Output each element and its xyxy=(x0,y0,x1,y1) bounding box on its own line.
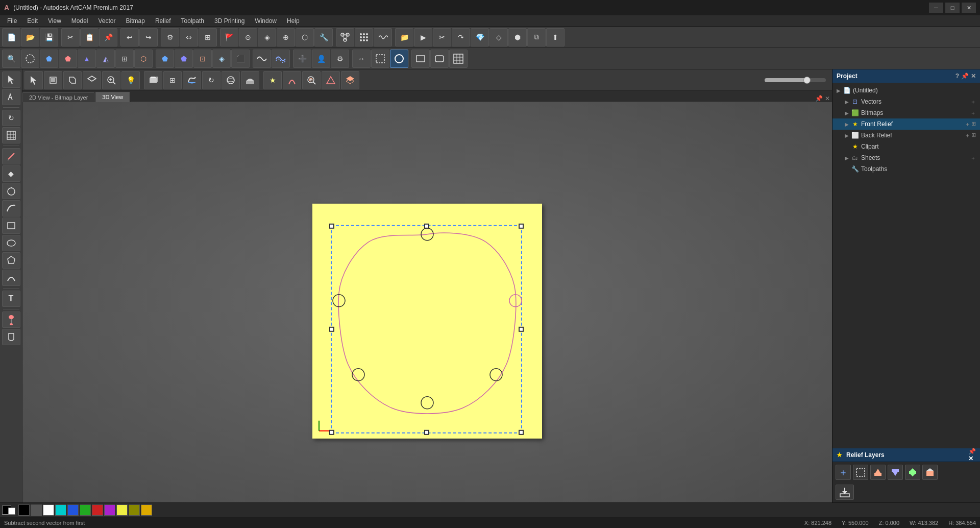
open-file-button[interactable]: 📂 xyxy=(21,28,39,46)
shape4-btn[interactable]: ◭ xyxy=(96,50,115,68)
grid-tool[interactable] xyxy=(2,127,20,143)
menu-help[interactable]: Help xyxy=(282,16,305,26)
tree-toolpaths[interactable]: ▶ 🔧 Toolpaths xyxy=(832,163,980,175)
orbit-btn[interactable] xyxy=(222,71,240,89)
cube-side-btn[interactable] xyxy=(63,71,82,89)
tab-2d-bitmap[interactable]: 2D View - Bitmap Layer xyxy=(22,92,94,102)
hash-btn[interactable] xyxy=(449,50,468,68)
menu-view[interactable]: View xyxy=(43,16,66,26)
circle-active-btn[interactable] xyxy=(390,50,408,68)
ellipse-tool[interactable] xyxy=(2,235,20,251)
rounded-rect-btn[interactable] xyxy=(430,50,449,68)
vector-shape[interactable] xyxy=(312,204,542,439)
front-relief-add-icon[interactable]: ＋ xyxy=(965,121,970,128)
menu-file[interactable]: File xyxy=(2,16,22,26)
tree-clipart[interactable]: ▶ ★ Clipart xyxy=(832,141,980,152)
relief-import-btn[interactable] xyxy=(888,465,903,480)
flat-shading-btn[interactable] xyxy=(144,71,162,89)
diamond-btn[interactable]: ◇ xyxy=(489,28,508,46)
save-file-button[interactable]: 💾 xyxy=(40,28,58,46)
mountain-btn[interactable] xyxy=(322,71,340,89)
toolpath-btn[interactable]: 🔧 xyxy=(314,28,333,46)
resize-button[interactable]: ⇔ xyxy=(180,28,198,46)
node-br[interactable] xyxy=(490,369,502,381)
tree-front-relief[interactable]: ▶ ★ Front Relief ＋ ⊞ xyxy=(832,118,980,130)
bitmaps-add-icon[interactable]: ＋ xyxy=(970,109,976,117)
tree-vectors[interactable]: ▶ ⊡ Vectors ＋ xyxy=(832,96,980,107)
paste-button[interactable]: 📌 xyxy=(99,28,117,46)
tree-back-relief[interactable]: ▶ ⬜ Back Relief ＋ ⊞ xyxy=(832,130,980,141)
menu-toolpath[interactable]: Toolpath xyxy=(176,16,209,26)
zoom-btn[interactable]: 🔍 xyxy=(2,50,20,68)
relief-btn[interactable]: ⬡ xyxy=(296,28,314,46)
zoom-fit-btn[interactable] xyxy=(102,71,120,89)
color-swatch-purple[interactable] xyxy=(104,505,115,516)
extrude-btn[interactable]: ⬆ xyxy=(546,28,565,46)
new-file-button[interactable]: 📄 xyxy=(2,28,20,46)
select-dashed-btn[interactable] xyxy=(371,50,389,68)
wavy-btn[interactable] xyxy=(374,28,392,46)
circle-wire-btn[interactable] xyxy=(21,50,39,68)
user-btn[interactable]: 👤 xyxy=(312,50,330,68)
node-bottom[interactable] xyxy=(421,397,433,409)
canvas-area[interactable] xyxy=(22,102,832,502)
plus-btn[interactable]: ➕ xyxy=(293,50,311,68)
sheets-add-icon[interactable]: ＋ xyxy=(970,154,976,162)
undo-button[interactable]: ↩ xyxy=(120,28,139,46)
node-tool[interactable] xyxy=(2,89,20,105)
color-swatch-green[interactable] xyxy=(80,505,91,516)
blade-btn[interactable] xyxy=(283,71,301,89)
relief-close-icon[interactable]: ✕ xyxy=(968,455,976,462)
gem-btn[interactable]: 💎 xyxy=(471,28,489,46)
tree-bitmaps[interactable]: ▶ 🟩 Bitmaps ＋ xyxy=(832,107,980,118)
relief5-btn[interactable]: ⊡ xyxy=(193,50,212,68)
menu-model[interactable]: Model xyxy=(66,16,93,26)
search-plus-btn[interactable] xyxy=(302,71,321,89)
select-tool[interactable] xyxy=(2,71,20,88)
color-swatch-olive[interactable] xyxy=(129,505,140,516)
tree-root[interactable]: ▶ 📄 (Untitled) xyxy=(832,85,980,96)
menu-3dprinting[interactable]: 3D Printing xyxy=(209,16,250,26)
folder2-btn[interactable]: 📁 xyxy=(395,28,413,46)
weld-button[interactable]: ⊕ xyxy=(277,28,295,46)
minimize-button[interactable]: ─ xyxy=(929,3,943,13)
wave1-btn[interactable] xyxy=(253,50,271,68)
smear-tool[interactable] xyxy=(2,329,20,345)
layer-btn[interactable]: ⧉ xyxy=(527,28,546,46)
shape5-btn[interactable]: ⊞ xyxy=(115,50,134,68)
gear2-btn[interactable]: ⚙ xyxy=(331,50,349,68)
star-tool-btn[interactable]: ★ xyxy=(263,71,282,89)
job-setup-button[interactable]: ⚙ xyxy=(161,28,179,46)
relief-select-btn[interactable] xyxy=(853,465,868,480)
color-swatch-white[interactable] xyxy=(43,505,54,516)
scissors-btn[interactable]: ✂ xyxy=(433,28,451,46)
tab-3d-view[interactable]: 3D View xyxy=(95,92,130,102)
array-button[interactable]: ⊞ xyxy=(199,28,217,46)
project-help-icon[interactable]: ? xyxy=(955,73,959,80)
light-btn[interactable]: 💡 xyxy=(121,71,140,89)
text-tool[interactable]: T xyxy=(2,291,20,307)
polygon-tool[interactable] xyxy=(2,252,20,269)
transform-btn[interactable]: ↔ xyxy=(352,50,371,68)
redo-button[interactable]: ↪ xyxy=(139,28,158,46)
vectors-add-icon[interactable]: ＋ xyxy=(970,98,976,106)
color-swatch-yellow[interactable] xyxy=(116,505,128,516)
panel-close-icon[interactable]: ✕ xyxy=(825,95,830,102)
project-close-icon[interactable]: ✕ xyxy=(971,73,976,80)
color-swatch-black[interactable] xyxy=(18,505,30,516)
back-relief-move-icon[interactable]: ⊞ xyxy=(971,132,976,139)
flag-button[interactable]: 🚩 xyxy=(220,28,238,46)
relief-paint-btn[interactable] xyxy=(922,465,938,480)
vector-tools-btn[interactable] xyxy=(336,28,354,46)
node-btn[interactable]: ◈ xyxy=(258,28,276,46)
pencil-tool[interactable] xyxy=(2,148,20,164)
curve-tool[interactable] xyxy=(2,200,20,217)
menu-window[interactable]: Window xyxy=(250,16,282,26)
relief3-btn[interactable]: ⬟ xyxy=(156,50,174,68)
color-swatch-blue[interactable] xyxy=(67,505,79,516)
cut-button[interactable]: ✂ xyxy=(61,28,80,46)
play-btn[interactable]: ▶ xyxy=(414,28,432,46)
relief-view-btn[interactable] xyxy=(241,71,259,89)
shape6-btn[interactable]: ⬡ xyxy=(134,50,153,68)
relief7-btn[interactable]: ⬛ xyxy=(231,50,250,68)
